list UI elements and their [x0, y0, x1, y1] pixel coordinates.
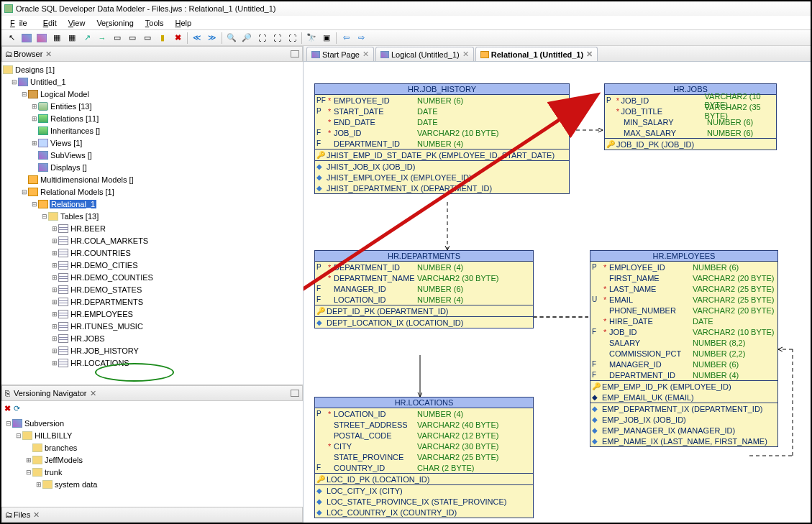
table-icon[interactable]: [19, 32, 34, 45]
menu-help[interactable]: Help: [170, 19, 196, 27]
versioning-head[interactable]: ⎘ Versioning Navigator ✕: [1, 385, 303, 401]
tree-table-item[interactable]: ⊞HR.ITUNES_MUSIC: [1, 320, 303, 332]
erd-jobs[interactable]: HR.JOBSP*JOB_IDVARCHAR2 (10 BYTE)*JOB_TI…: [604, 83, 777, 150]
files-tab[interactable]: 🗂Files✕: [1, 507, 303, 523]
window-title: Oracle SQL Developer Data Modeler - File…: [16, 4, 276, 13]
versioning-toolbar: ✖ ⟳: [1, 401, 303, 415]
tab-logical[interactable]: Logical (Untitled_1)✕: [375, 47, 474, 61]
close-icon[interactable]: ✕: [586, 50, 593, 59]
close-icon[interactable]: ✕: [90, 389, 96, 398]
zoom-out-icon[interactable]: 🔎: [240, 32, 254, 45]
fit-icon[interactable]: ⛶: [285, 32, 299, 45]
tool-icon[interactable]: ▦: [50, 32, 64, 45]
pointer-icon[interactable]: ↖: [4, 32, 19, 45]
menu-edit[interactable]: Edit: [39, 19, 61, 27]
tree-relational-1[interactable]: ⊟Relational_1: [1, 198, 303, 210]
fit-icon[interactable]: ⛶: [255, 32, 269, 45]
menu-view[interactable]: View: [64, 19, 90, 27]
tree-table-item[interactable]: ⊞HR.DEMO_COUNTIES: [1, 271, 303, 283]
erd-departments[interactable]: HR.DEPARTMENTSP*DEPARTMENT_IDNUMBER (4)*…: [314, 250, 534, 328]
browser-panel-head[interactable]: 🗂 Browser ✕: [1, 46, 303, 62]
delete-icon[interactable]: ✖: [4, 404, 11, 413]
close-icon[interactable]: ✕: [362, 50, 369, 59]
tree-table-item[interactable]: ⊞HR.DEMO_STATES: [1, 283, 303, 295]
erd-job-history[interactable]: HR.JOB_HISTORYPF*EMPLOYEE_IDNUMBER (6)P*…: [314, 83, 570, 194]
menu-versioning[interactable]: Versioning: [92, 19, 137, 27]
left-pane: 🗂 Browser ✕ Designs [1] ⊟Untitled_1 ⊟Log…: [1, 46, 304, 523]
tree-table-item[interactable]: ⊞HR.DEPARTMENTS: [1, 295, 303, 308]
menu-bar[interactable]: File Edit View Versioning Tools Help: [1, 16, 811, 30]
erd-employees[interactable]: HR.EMPLOYEESP*EMPLOYEE_IDNUMBER (6)FIRST…: [590, 250, 778, 447]
find-icon[interactable]: 🔭: [304, 32, 319, 45]
tool-icon[interactable]: ▦: [65, 32, 79, 45]
right-pane: Start Page✕ Logical (Untitled_1)✕ Relati…: [304, 46, 811, 523]
note-icon[interactable]: ▭: [110, 32, 124, 45]
toolbar: ↖ ▦ ▦ ↗ → ▭ ▭ ▭ ▮ ✖ ≪ ≫ 🔍 🔎 ⛶ ⛶ ⛶ 🔭 ▣ ⇦ …: [1, 30, 811, 46]
diagram-canvas[interactable]: HR.JOB_HISTORYPF*EMPLOYEE_IDNUMBER (6)P*…: [304, 62, 811, 523]
note-icon[interactable]: ▭: [125, 32, 140, 45]
tree-table-item[interactable]: ⊞HR.BEER: [1, 222, 303, 234]
close-icon[interactable]: ✕: [45, 50, 52, 59]
editor-tabs: Start Page✕ Logical (Untitled_1)✕ Relati…: [304, 46, 811, 62]
nav-last-icon[interactable]: ≫: [205, 32, 219, 45]
view-icon[interactable]: [35, 32, 49, 45]
minimize-icon[interactable]: [291, 50, 299, 58]
versioning-tree[interactable]: ⊟Subversion ⊟HILLBILLY branches ⊞JeffMod…: [1, 415, 303, 507]
title-bar: Oracle SQL Developer Data Modeler - File…: [1, 1, 811, 16]
note-icon[interactable]: ▭: [140, 32, 155, 45]
delete-icon[interactable]: ✖: [170, 32, 185, 45]
tab-relational[interactable]: Relational_1 (Untitled_1)✕: [475, 47, 598, 61]
close-icon[interactable]: ✕: [462, 50, 469, 59]
window-icon[interactable]: ▣: [319, 32, 334, 45]
refresh-icon[interactable]: ⟳: [14, 404, 20, 413]
tree-table-item[interactable]: ⊞HR.LOCATIONS: [1, 357, 303, 369]
link-icon[interactable]: ↗: [80, 32, 94, 45]
minimize-icon[interactable]: [291, 390, 299, 397]
tree-table-item[interactable]: ⊞HR.COUNTRIES: [1, 247, 303, 259]
tree-table-item[interactable]: ⊞HR.DEMO_CITIES: [1, 259, 303, 271]
fit-icon[interactable]: ⛶: [270, 32, 284, 45]
menu-file[interactable]: File: [6, 19, 36, 27]
browser-title: Browser: [14, 50, 42, 58]
versioning-panel: ⎘ Versioning Navigator ✕ ✖ ⟳ ⊟Subversion…: [1, 385, 303, 507]
zoom-in-icon[interactable]: 🔍: [224, 32, 239, 45]
arrow-right-icon[interactable]: ⇨: [354, 32, 368, 45]
tree-table-item[interactable]: ⊞HR.JOB_HISTORY: [1, 344, 303, 357]
browser-tree[interactable]: Designs [1] ⊟Untitled_1 ⊟Logical Model ⊞…: [1, 62, 303, 385]
tab-start[interactable]: Start Page✕: [306, 47, 374, 61]
arrow-left-icon[interactable]: ⇦: [339, 32, 353, 45]
link-icon[interactable]: →: [95, 32, 109, 45]
tree-table-item[interactable]: ⊞HR.EMPLOYEES: [1, 308, 303, 320]
menu-tools[interactable]: Tools: [141, 19, 168, 27]
note-yellow-icon[interactable]: ▮: [155, 32, 170, 45]
tree-table-item[interactable]: ⊞HR.JOBS: [1, 332, 303, 344]
erd-locations[interactable]: HR.LOCATIONSP*LOCATION_IDNUMBER (4)STREE…: [314, 397, 534, 518]
tree-table-item[interactable]: ⊞HR.COLA_MARKETS: [1, 234, 303, 247]
app-icon: [4, 4, 13, 13]
nav-first-icon[interactable]: ≪: [190, 32, 204, 45]
